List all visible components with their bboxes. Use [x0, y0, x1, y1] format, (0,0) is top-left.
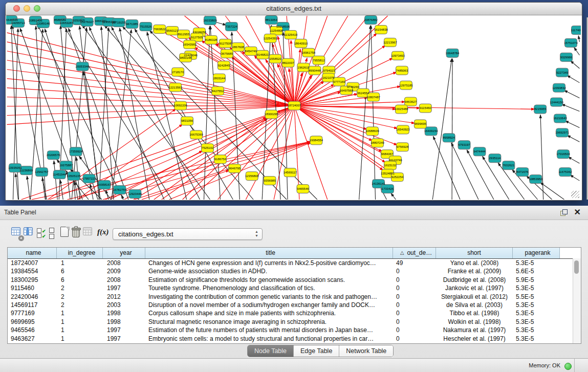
- table-cell: 9115460: [8, 284, 57, 292]
- close-panel-icon[interactable]: ✕: [574, 207, 581, 217]
- graph-edge: [274, 106, 294, 200]
- graph-node-label: 16497568: [339, 89, 353, 92]
- graph-node-label: 10973493: [391, 54, 405, 57]
- graph-node-label: 9127505: [191, 36, 203, 39]
- table-row[interactable]: 1456911722003Disruption of a novel membe…: [8, 301, 581, 309]
- graph-node-label: 1615132: [384, 164, 397, 167]
- graph-node-label: 7955812: [313, 59, 325, 62]
- table-cell: 1: [57, 335, 103, 343]
- table-select-combobox[interactable]: citations_edges.txt ▲▼: [113, 228, 263, 240]
- table-row[interactable]: 1830029562008Estimation of significance …: [8, 276, 581, 284]
- function-builder-icon[interactable]: f(x): [97, 228, 107, 239]
- table-row[interactable]: 2242004622012Investigating the contribut…: [8, 293, 581, 301]
- graph-node-label: 8813054: [265, 18, 277, 21]
- graph-node-label: 14055714: [11, 21, 25, 25]
- table-cell: 0: [393, 301, 436, 309]
- tab-edge-table[interactable]: Edge Table: [294, 345, 339, 357]
- graph-node-label: 12089146: [36, 22, 50, 25]
- graph-edge: [565, 121, 579, 127]
- float-panel-icon[interactable]: [560, 209, 568, 216]
- desktop-background: citations_edges.txt 16646565140557142089…: [0, 0, 588, 206]
- table-header-row: namein_degreeyeartitle△ out_de…shortpage…: [8, 248, 581, 259]
- column-header-short[interactable]: short: [436, 248, 513, 258]
- column-header-out_de[interactable]: △ out_de…: [393, 248, 436, 258]
- table-cell: 0: [393, 267, 436, 275]
- table-cell: Corpus callosum shape and size in male p…: [145, 309, 393, 317]
- sort-ascending-icon: △: [400, 249, 404, 257]
- vertical-scrollbar[interactable]: [573, 258, 581, 343]
- graph-node-label: 18807249: [371, 141, 384, 144]
- column-header-pagerank[interactable]: pagerank: [513, 248, 560, 258]
- scrollbar-thumb[interactable]: [574, 260, 579, 274]
- table-type-tabs: Node TableEdge TableNetwork Table: [247, 345, 394, 357]
- graph-node-label: 7632621: [503, 164, 515, 167]
- table-row[interactable]: 969969511998Structural magnetic resonanc…: [8, 318, 581, 326]
- graph-node-label: 7663822: [154, 28, 166, 31]
- table-row[interactable]: 1938455462009Genome-wide association stu…: [8, 267, 581, 275]
- graph-node-label: 10807487: [366, 96, 380, 99]
- new-document-icon[interactable]: [60, 227, 71, 238]
- graph-node-label: 15751074: [564, 41, 578, 45]
- graph-node-label: 6793197: [458, 143, 470, 146]
- graph-edge: [232, 32, 239, 200]
- column-check-icon[interactable]: ✔✔: [37, 228, 47, 239]
- graph-edge: [391, 193, 396, 200]
- table-row[interactable]: 946362711997Embryonic stem cells: a mode…: [8, 335, 581, 343]
- tab-node-table[interactable]: Node Table: [248, 345, 294, 357]
- network-view-window: citations_edges.txt 16646565140557142089…: [5, 2, 582, 201]
- graph-node-label: 9186756: [214, 158, 227, 161]
- table-settings-icon[interactable]: [11, 227, 21, 238]
- table-row[interactable]: 977716911998Corpus callosum shape and si…: [8, 309, 581, 317]
- checkbox-glyph: [37, 228, 41, 233]
- graph-node-label: 9242845: [218, 64, 230, 67]
- delete-trash-icon[interactable]: [72, 227, 80, 237]
- graph-node-label: 9671385: [126, 23, 138, 26]
- table-cell: 0: [393, 318, 436, 326]
- network-graph[interactable]: 1664656514055714208914061208914685885891…: [6, 15, 581, 200]
- tab-network-table[interactable]: Network Table: [339, 345, 393, 357]
- window-titlebar[interactable]: citations_edges.txt: [6, 3, 582, 15]
- graph-node-label: 9777169: [333, 80, 345, 83]
- import-table-icon-disabled: [83, 227, 93, 238]
- graph-node-label: 8471676: [516, 170, 529, 173]
- row-options-icon[interactable]: [49, 228, 59, 239]
- network-graph-canvas[interactable]: 1664656514055714208914061208914685885891…: [6, 15, 581, 200]
- table-row[interactable]: 946554611997Estimation of the future num…: [8, 326, 581, 334]
- graph-node-label: 8822037: [282, 61, 294, 64]
- column-header-year[interactable]: year: [103, 248, 145, 258]
- graph-node-label: 9127508: [220, 42, 232, 45]
- graph-node-label: 9146821: [257, 53, 269, 56]
- graph-node-label: 11254808: [270, 29, 284, 32]
- memory-ok-indicator[interactable]: [564, 363, 572, 370]
- column-header-in_degree[interactable]: in_degree: [57, 248, 103, 258]
- table-cell: Structural magnetic resonance image aver…: [145, 318, 393, 326]
- graph-edge: [294, 106, 367, 129]
- graph-edge: [60, 180, 63, 200]
- graph-node-label: 12923446: [128, 192, 142, 195]
- table-cell: 49: [393, 259, 436, 267]
- table-row[interactable]: 1872400712008Changes of HCN gene express…: [8, 259, 581, 267]
- graph-node-label: 1621075: [322, 76, 335, 79]
- table-cell: 0: [393, 309, 436, 317]
- graph-edge: [562, 104, 580, 112]
- graph-edge: [371, 26, 376, 200]
- graph-node-label: 9329966: [560, 56, 573, 59]
- graph-node-label: 20053346: [76, 65, 90, 68]
- graph-node-label: 18640910: [294, 42, 308, 45]
- graph-node-label: 19692971: [555, 131, 569, 134]
- graph-node-label: 13226058: [192, 31, 206, 34]
- graph-node-label: 11325419: [284, 33, 298, 36]
- page-glyph: [60, 227, 69, 237]
- table-row[interactable]: 911546021997Tourette syndrome. Phenomeno…: [8, 284, 581, 292]
- show-columns-icon[interactable]: [24, 227, 34, 238]
- column-header-title[interactable]: title: [145, 248, 393, 258]
- table-cell: 2: [57, 293, 103, 301]
- graph-node-label: 7525102: [202, 146, 214, 149]
- combobox-stepper-icon[interactable]: ▲▼: [255, 230, 258, 238]
- resize-grip[interactable]: [571, 191, 579, 198]
- table-cell: 2008: [103, 259, 145, 267]
- column-header-name[interactable]: name: [8, 248, 57, 258]
- graph-node-label: 9465546: [297, 187, 309, 190]
- graph-node-label: 14569117: [284, 171, 297, 174]
- graph-node-label: 16540923: [396, 128, 410, 131]
